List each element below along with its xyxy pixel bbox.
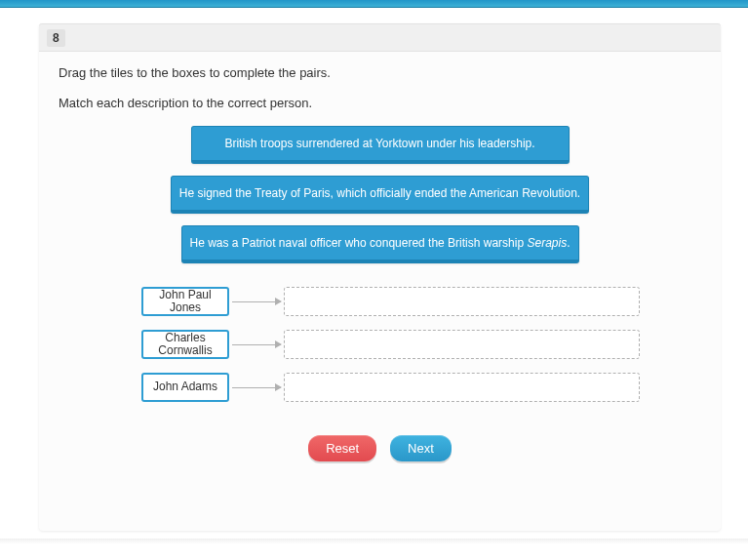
arrow-icon [232, 344, 281, 345]
pair-row: Charles Cornwallis [141, 330, 640, 359]
pairs-area: John Paul Jones Charles Cornwallis John … [39, 287, 721, 402]
controls-row: Reset Next [39, 435, 721, 461]
tile-text-suffix: . [567, 236, 570, 250]
dropzone[interactable] [284, 330, 640, 359]
question-number: 8 [47, 29, 65, 47]
question-header: 8 [39, 23, 721, 52]
reset-button[interactable]: Reset [308, 435, 376, 461]
tile-text-italic: Serapis [527, 236, 567, 250]
tile-text-prefix: He was a Patriot naval officer who conqu… [190, 236, 528, 250]
instruction-line-2: Match each description to the correct pe… [59, 96, 701, 110]
pair-row: John Adams [141, 373, 640, 402]
arrow-icon [232, 301, 281, 302]
dropzone[interactable] [284, 287, 640, 316]
draggable-tile[interactable]: He was a Patriot naval officer who conqu… [181, 225, 579, 263]
pair-row: John Paul Jones [141, 287, 640, 316]
draggable-tile[interactable]: British troops surrendered at Yorktown u… [191, 126, 570, 164]
instructions-block: Drag the tiles to the boxes to complete … [39, 52, 721, 110]
question-panel: 8 Drag the tiles to the boxes to complet… [39, 23, 721, 531]
dropzone[interactable] [284, 373, 640, 402]
person-label-box: John Adams [141, 373, 229, 402]
person-label-box: John Paul Jones [141, 287, 229, 316]
arrow-icon [232, 387, 281, 388]
topbar [0, 0, 748, 8]
person-label-box: Charles Cornwallis [141, 330, 229, 359]
tiles-area: British troops surrendered at Yorktown u… [39, 126, 721, 263]
draggable-tile[interactable]: He signed the Treaty of Paris, which off… [171, 176, 589, 214]
bottom-shadow [0, 539, 748, 544]
instruction-line-1: Drag the tiles to the boxes to complete … [59, 65, 701, 80]
next-button[interactable]: Next [390, 435, 452, 461]
